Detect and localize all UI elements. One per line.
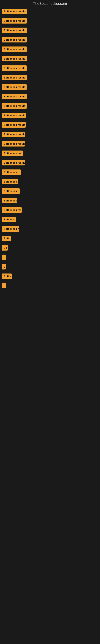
bottleneck-row: Bottleneck r [0,225,100,234]
bottleneck-row: Bottleneck r [0,168,100,177]
bottleneck-row: Bottleneck result [0,159,100,168]
bottleneck-row: Bo [0,244,100,252]
bottleneck-result-badge[interactable]: Bottleneck result [1,94,27,99]
bottleneck-result-badge[interactable]: Bottleneck result [1,141,25,146]
bottleneck-row: Bottleneck result [0,140,100,148]
bottleneck-row: Bottle [0,272,100,281]
bottleneck-row: Bottleneck result [0,55,100,64]
bottleneck-result-badge[interactable]: Bottleneck res [1,150,23,156]
bottleneck-row: | [0,253,100,262]
bottleneck-result-badge[interactable]: Bottleneck result [1,160,25,166]
bottleneck-row: | [0,282,100,290]
bottleneck-result-badge[interactable]: Bottleneck result [1,132,25,137]
bottleneck-row: Bottleneck res [0,206,100,215]
bottleneck-result-badge[interactable]: Bottleneck result [1,56,27,62]
bottleneck-result-badge[interactable]: Bottleneck result [1,9,27,14]
bottleneck-row: B [0,263,100,272]
bottleneck-result-badge[interactable]: | [1,283,6,288]
bottleneck-result-badge[interactable]: Bottleneck [1,198,17,203]
bottleneck-row: Bottleneck [0,196,100,205]
bottleneck-result-badge[interactable]: Bottleneck result [1,84,27,90]
bottleneck-result-badge[interactable]: Bottleneck result [1,66,27,71]
bottleneck-result-badge[interactable]: Bottleneck result [1,75,27,80]
bottleneck-row: Bottleneck result [0,130,100,139]
bottleneck-row: Bottleneck result [0,45,100,54]
bottleneck-row: Bott [0,234,100,243]
bottleneck-result-badge[interactable]: Bottleneck result [1,46,27,52]
bottleneck-result-badge[interactable]: Bott [1,236,11,241]
bottleneck-result-badge[interactable]: Bottleneck result [1,113,26,118]
bottleneck-result-badge[interactable]: Bottleneck r [1,170,21,175]
bottleneck-result-badge[interactable]: Bottle [1,274,12,279]
bottleneck-row: Bottlene [0,216,100,224]
bottleneck-row: Bottleneck result [0,64,100,73]
bottleneck-row: Bottleneck result [0,36,100,44]
bottleneck-row: Bottleneck result [0,92,100,101]
bottleneck-row: Bottleneck result [0,17,100,26]
bottleneck-result-badge[interactable]: Bottleneck result [1,18,27,24]
bottleneck-row: Bottleneck result [0,112,100,120]
site-title: TheBottlenecker.com [0,0,100,8]
bottleneck-row: Bottleneck result [0,121,100,130]
bottleneck-result-badge[interactable]: Bottlene [1,217,16,222]
bottleneck-result-badge[interactable]: Bottleneck result [1,37,27,42]
bottleneck-result-badge[interactable]: Bottleneck [1,179,18,184]
bottleneck-result-badge[interactable]: Bottleneck r [1,226,19,232]
bottleneck-row: Bottleneck res [0,149,100,158]
bottleneck-result-badge[interactable]: Bottleneck result [1,28,27,33]
bottleneck-row: Bottleneck result [0,83,100,92]
bottleneck-row: Bottleneck r [0,187,100,196]
bottleneck-result-badge[interactable]: Bo [1,245,8,250]
bottleneck-result-badge[interactable]: | [1,254,6,260]
bottleneck-result-badge[interactable]: Bottleneck r [1,188,20,194]
bottleneck-result-badge[interactable]: Bottleneck result [1,122,26,128]
bottleneck-row: Bottleneck result [0,102,100,111]
bottleneck-row: Bottleneck result [0,74,100,82]
bottleneck-result-badge[interactable]: Bottleneck result [1,103,27,109]
bottleneck-row: Bottleneck result [0,26,100,35]
bottleneck-row: Bottleneck [0,178,100,186]
bottleneck-result-badge[interactable]: Bottleneck res [1,207,22,213]
bottleneck-result-badge[interactable]: B [1,264,6,270]
bottleneck-row: Bottleneck result [0,8,100,16]
